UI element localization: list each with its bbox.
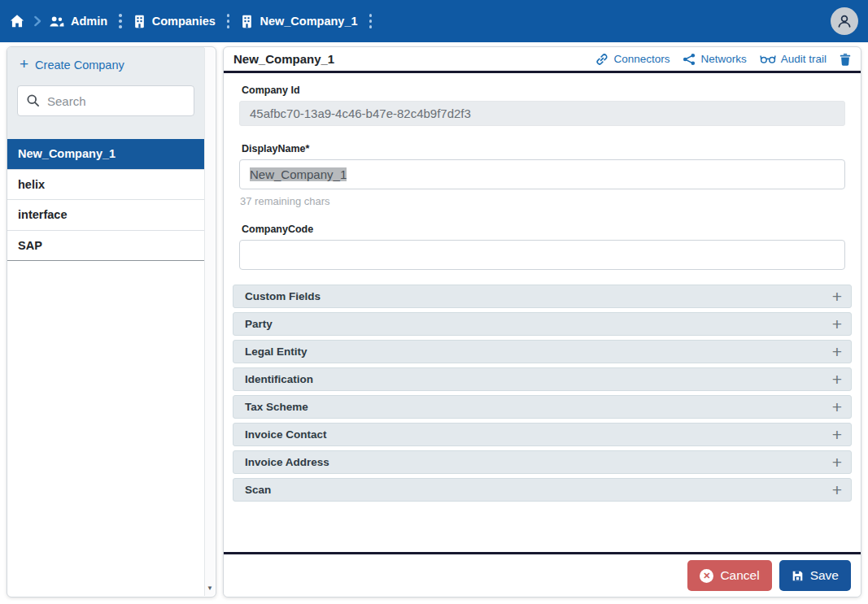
search-icon [26, 93, 40, 111]
section-custom-fields[interactable]: Custom Fields [233, 285, 852, 308]
create-company-button[interactable]: Create Company [17, 59, 194, 72]
breadcrumb-admin[interactable]: Admin [49, 15, 107, 28]
section-label: Custom Fields [245, 290, 321, 302]
panel-header: New_Company_1 Connectors Networks Audit … [224, 47, 861, 73]
section-scan[interactable]: Scan [233, 478, 852, 502]
selected-text: New_Company_1 [250, 167, 347, 181]
section-identification[interactable]: Identification [233, 367, 852, 391]
breadcrumb-label: Companies [152, 15, 216, 28]
create-company-label: Create Company [35, 59, 124, 72]
display-name-input[interactable]: New_Company_1 [239, 159, 845, 189]
companies-menu-icon[interactable] [227, 13, 230, 30]
sidebar-scrollbar[interactable] [204, 48, 215, 596]
search-input[interactable] [17, 85, 194, 116]
company-menu-icon[interactable] [369, 13, 373, 30]
display-name-label: DisplayName* [242, 143, 845, 154]
section-label: Identification [245, 373, 313, 385]
expand-plus-icon[interactable] [832, 482, 842, 498]
scroll-down-icon[interactable] [205, 584, 215, 592]
company-form: Company Id 45afbc70-13a9-4c46-b47e-82c4b… [224, 73, 861, 502]
search-box [17, 85, 194, 116]
company-code-group: CompanyCode [239, 224, 845, 270]
company-code-input[interactable] [239, 240, 845, 270]
save-floppy-icon [792, 570, 804, 582]
building-icon [133, 15, 146, 28]
display-name-group: DisplayName* New_Company_1 37 remaining … [239, 143, 845, 207]
audit-trail-label: Audit trail [781, 53, 827, 65]
breadcrumb-label: Admin [71, 15, 107, 28]
save-label: Save [810, 568, 839, 583]
sidebar-header: Create Company [7, 47, 204, 139]
list-item-company[interactable]: helix [7, 170, 204, 201]
company-detail-panel: New_Company_1 Connectors Networks Audit … [223, 46, 861, 597]
company-id-label: Company Id [242, 85, 845, 96]
company-list: New_Company_1 helix interface SAP [7, 139, 204, 261]
save-button[interactable]: Save [779, 560, 851, 591]
expand-plus-icon[interactable] [832, 316, 842, 332]
list-item-company[interactable]: SAP [7, 231, 204, 262]
section-label: Invoice Contact [245, 428, 327, 441]
person-icon [835, 12, 853, 30]
company-id-value: 45afbc70-13a9-4c46-b47e-82c4b9f7d2f3 [250, 106, 471, 120]
section-invoice-address[interactable]: Invoice Address [233, 450, 852, 474]
delete-company-button[interactable] [840, 53, 851, 66]
breadcrumb-label: New_Company_1 [260, 15, 357, 28]
cancel-x-icon [700, 569, 713, 583]
header-actions: Connectors Networks Audit trail [595, 53, 851, 66]
remaining-chars-hint: 37 remaining chars [240, 195, 845, 207]
section-label: Invoice Address [245, 456, 329, 468]
building-icon [241, 15, 253, 28]
expand-plus-icon[interactable] [832, 427, 842, 443]
admin-menu-icon[interactable] [119, 13, 122, 30]
audit-trail-link[interactable]: Audit trail [760, 53, 827, 65]
accordion-sections: Custom Fields Party Legal Entity Identif… [233, 285, 852, 502]
section-label: Legal Entity [245, 345, 308, 358]
network-icon [683, 53, 696, 66]
trash-icon [840, 53, 851, 66]
section-tax-scheme[interactable]: Tax Scheme [233, 395, 852, 419]
connectors-link[interactable]: Connectors [595, 53, 670, 66]
link-icon [595, 53, 608, 66]
chevron-right-icon [32, 15, 43, 27]
section-legal-entity[interactable]: Legal Entity [233, 340, 852, 363]
home-icon[interactable] [10, 14, 24, 28]
company-sidebar: Create Company New_Company_1 helix inter… [7, 46, 216, 597]
list-item-company[interactable]: New_Company_1 [7, 139, 204, 170]
cancel-label: Cancel [720, 568, 759, 583]
company-code-label: CompanyCode [242, 224, 845, 235]
expand-plus-icon[interactable] [832, 344, 842, 360]
user-avatar[interactable] [831, 7, 858, 35]
connectors-label: Connectors [613, 53, 670, 65]
page-title: New_Company_1 [233, 52, 334, 66]
expand-plus-icon[interactable] [832, 454, 842, 471]
section-label: Scan [245, 484, 271, 496]
breadcrumb-companies[interactable]: Companies [133, 15, 216, 28]
section-label: Tax Scheme [245, 401, 308, 413]
users-icon [49, 15, 64, 28]
cancel-button[interactable]: Cancel [687, 560, 771, 591]
networks-label: Networks [700, 53, 746, 65]
section-invoice-contact[interactable]: Invoice Contact [233, 423, 852, 446]
plus-icon [20, 59, 28, 72]
section-label: Party [245, 318, 273, 330]
expand-plus-icon[interactable] [832, 372, 842, 388]
expand-plus-icon[interactable] [832, 289, 842, 305]
expand-plus-icon[interactable] [832, 399, 842, 415]
company-id-group: Company Id 45afbc70-13a9-4c46-b47e-82c4b… [239, 85, 845, 126]
company-id-field: 45afbc70-13a9-4c46-b47e-82c4b9f7d2f3 [239, 101, 845, 126]
top-nav: Admin Companies New_Company_1 [0, 0, 868, 42]
form-footer: Cancel Save [224, 552, 861, 597]
section-party[interactable]: Party [233, 312, 852, 336]
glasses-icon [760, 54, 776, 64]
networks-link[interactable]: Networks [683, 53, 746, 66]
list-item-company[interactable]: interface [7, 200, 204, 231]
breadcrumb-new-company[interactable]: New_Company_1 [241, 15, 357, 28]
